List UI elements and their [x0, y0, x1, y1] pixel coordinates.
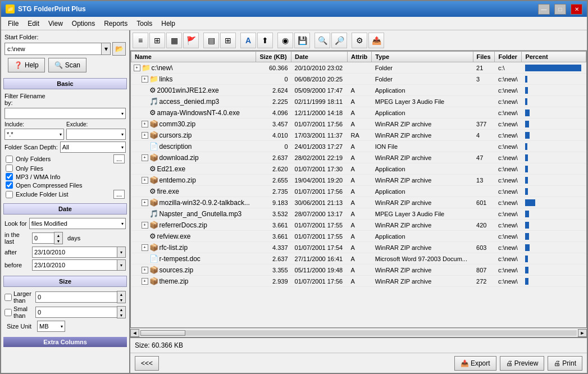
hscroll-track[interactable]	[140, 330, 577, 336]
expand-icon[interactable]: +	[134, 65, 140, 71]
tb-settings[interactable]: ⚙	[352, 33, 367, 48]
table-row[interactable]: 🎵 access_denied.mp3 2.225 02/11/1999 18:…	[131, 96, 586, 107]
table-row[interactable]: + 📦 referrerDocs.zip 3.661 01/07/2001 17…	[131, 220, 586, 231]
after-date-arrow[interactable]: ▾	[117, 247, 126, 258]
larger-up[interactable]: ▲	[117, 291, 125, 297]
tb-upload[interactable]: ⬆	[257, 33, 273, 48]
tb-export[interactable]: 📤	[368, 33, 384, 48]
open-compressed-checkbox[interactable]	[6, 181, 13, 189]
table-row[interactable]: + 📦 download.zip 2.637 28/02/2001 22:19 …	[131, 152, 586, 163]
menu-edit[interactable]: Edit	[23, 18, 44, 29]
tb-zoom[interactable]: 🔎	[331, 33, 347, 48]
expand-icon[interactable]: +	[142, 132, 148, 139]
tb-save[interactable]: 💾	[294, 33, 310, 48]
tb-font[interactable]: A	[240, 33, 256, 48]
expand-icon[interactable]: +	[142, 76, 148, 83]
scan-button[interactable]: 🔍 Scan	[48, 58, 86, 72]
col-size[interactable]: Size (KB)	[256, 52, 291, 62]
expand-icon[interactable]: +	[142, 267, 148, 273]
after-date-input[interactable]	[32, 247, 117, 258]
menu-file[interactable]: File	[3, 18, 23, 29]
size-unit-combo[interactable]: MB ▾	[37, 321, 65, 332]
scroll-right[interactable]: ►	[578, 329, 587, 337]
mp3-checkbox[interactable]	[6, 173, 13, 180]
tb-tree-view[interactable]: ⊞	[149, 33, 165, 48]
lookfor-combo[interactable]: files Modified ▾	[29, 218, 126, 229]
in-last-down[interactable]: ▼	[54, 238, 62, 244]
col-type[interactable]: Type	[372, 52, 473, 62]
table-row[interactable]: + 📦 mozilla-win32-0.9.2-talkback... 9.18…	[131, 197, 586, 208]
menu-tools[interactable]: Tools	[132, 18, 157, 29]
extra-columns-bar[interactable]: Extra Columns	[3, 337, 127, 347]
table-row[interactable]: + 📦 sources.zip 3.355 05/11/2000 19:48 A…	[131, 264, 586, 276]
preview-button[interactable]: 🖨 Preview	[500, 356, 545, 371]
menu-help[interactable]: Help	[157, 18, 180, 29]
tb-list-view[interactable]: ≡	[133, 33, 148, 48]
col-folder[interactable]: Folder	[495, 52, 522, 62]
export-button[interactable]: 📤 Export	[454, 356, 496, 371]
table-row[interactable]: + 📦 theme.zip 2.939 01/07/2001 17:56 A W…	[131, 276, 586, 287]
larger-value-input[interactable]	[35, 291, 117, 303]
only-folders-browse[interactable]: ...	[113, 154, 125, 163]
table-row[interactable]: + 📁 c:\new\ 60.366 20/10/2010 23:02 Fold…	[131, 62, 586, 74]
expand-icon[interactable]: +	[142, 244, 148, 251]
table-row[interactable]: + 📦 rfc-list.zip 4.337 01/07/2001 17:54 …	[131, 242, 586, 253]
smaller-up[interactable]: ▲	[117, 307, 125, 312]
basic-section-header[interactable]: Basic	[3, 78, 127, 89]
col-date[interactable]: Date	[291, 52, 348, 62]
tb-search[interactable]: 🔍	[314, 33, 330, 48]
include-combo[interactable]: *.* ▾	[4, 129, 64, 140]
only-files-checkbox[interactable]	[6, 165, 13, 172]
print-button[interactable]: 🖨 Print	[548, 356, 582, 371]
size-section-header[interactable]: Size	[3, 276, 127, 287]
help-button[interactable]: ❓ Help	[8, 58, 45, 72]
table-row[interactable]: ⚙ fire.exe 2.735 01/07/2001 17:56 A Appl…	[131, 186, 586, 197]
exclude-folder-browse[interactable]: ...	[113, 190, 125, 199]
tb-refresh[interactable]: ◉	[277, 33, 293, 48]
expand-icon[interactable]: +	[142, 121, 148, 127]
maximize-button[interactable]: □	[554, 4, 566, 15]
larger-down[interactable]: ▼	[117, 297, 125, 303]
table-row[interactable]: + 📁 links 0 06/08/2010 20:25 Folder 3 c:…	[131, 74, 586, 85]
folder-combo-container[interactable]: c:\new ▾	[4, 43, 111, 55]
table-row[interactable]: ⚙ 20001winJRE12.exe 2.624 05/09/2000 17:…	[131, 85, 586, 96]
table-row[interactable]: ⚙ Ed21.exe 2.620 01/07/2001 17:30 A Appl…	[131, 163, 586, 175]
smaller-than-checkbox[interactable]	[4, 309, 12, 316]
before-date-arrow[interactable]: ▾	[117, 259, 126, 271]
col-name[interactable]: Name	[131, 52, 256, 62]
table-row[interactable]: ⚙ refview.exe 3.661 01/07/2001 17:55 A A…	[131, 231, 586, 242]
table-row[interactable]: 📄 description 0 24/01/2003 17:27 A ION F…	[131, 141, 586, 152]
file-list-container[interactable]: Name Size (KB) Date Attrib Type Files Fo…	[130, 51, 587, 328]
table-row[interactable]: + 📦 comm30.zip 3.457 01/07/2001 17:56 A …	[131, 118, 586, 130]
smaller-value-input[interactable]	[35, 307, 117, 318]
expand-icon[interactable]: +	[142, 199, 148, 206]
minimize-button[interactable]: —	[538, 4, 550, 15]
in-last-up[interactable]: ▲	[54, 232, 62, 238]
table-row[interactable]: ⚙ amaya-WindowsNT-4.0.exe 4.096 12/11/20…	[131, 107, 586, 118]
nav-back-button[interactable]: <<<	[135, 356, 159, 371]
table-row[interactable]: + 📦 cursors.zip 4.010 17/03/2001 11:37 R…	[131, 130, 586, 141]
menu-view[interactable]: View	[44, 18, 67, 29]
browse-button[interactable]: 📂	[112, 42, 126, 56]
expand-icon[interactable]: +	[142, 222, 148, 229]
scan-depth-combo[interactable]: All ▾	[60, 142, 126, 153]
exclude-combo[interactable]: ▾	[66, 129, 126, 140]
tb-detail-view[interactable]: ▦	[166, 33, 182, 48]
only-folders-checkbox[interactable]	[6, 156, 13, 163]
scroll-left[interactable]: ◄	[130, 329, 139, 337]
tb-grid2[interactable]: ⊞	[220, 33, 236, 48]
in-last-value[interactable]: 0	[32, 232, 54, 244]
menu-options[interactable]: Options	[67, 18, 99, 29]
folder-dropdown-arrow[interactable]: ▾	[101, 43, 110, 54]
expand-icon[interactable]: +	[142, 278, 148, 285]
close-button[interactable]: ✕	[571, 4, 582, 15]
date-section-header[interactable]: Date	[3, 203, 127, 215]
table-row[interactable]: + 📦 entdemo.zip 2.655 19/04/2001 19:20 A…	[131, 175, 586, 186]
smaller-down[interactable]: ▼	[117, 312, 125, 318]
before-date-input[interactable]	[32, 259, 117, 271]
hscroll-bar[interactable]: ◄ ►	[130, 328, 587, 337]
filter-input[interactable]: ▾	[4, 108, 126, 119]
tb-flag[interactable]: 🚩	[183, 33, 199, 48]
menu-reports[interactable]: Reports	[99, 18, 132, 29]
larger-than-checkbox[interactable]	[4, 294, 12, 301]
